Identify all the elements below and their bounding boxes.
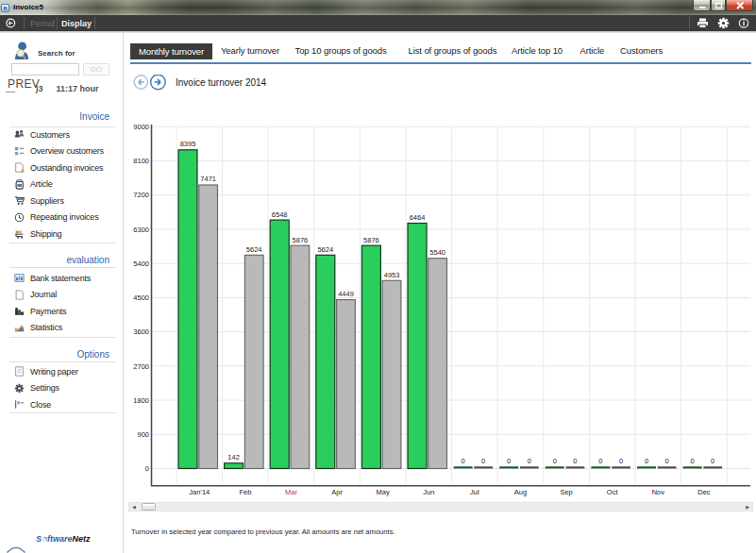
- svg-text:0: 0: [691, 457, 695, 465]
- svg-text:0: 0: [481, 457, 485, 465]
- svg-text:3600: 3600: [133, 327, 149, 336]
- svg-text:Apr: Apr: [331, 488, 343, 496]
- svg-text:8395: 8395: [180, 140, 196, 148]
- svg-text:6464: 6464: [410, 213, 426, 222]
- svg-text:0: 0: [145, 464, 149, 473]
- svg-text:7471: 7471: [200, 175, 216, 183]
- svg-text:5876: 5876: [363, 236, 379, 244]
- svg-text:9000: 9000: [133, 123, 149, 131]
- svg-text:7200: 7200: [133, 191, 149, 199]
- svg-text:4953: 4953: [384, 271, 400, 279]
- svg-text:6548: 6548: [272, 210, 288, 219]
- svg-text:0: 0: [598, 457, 602, 465]
- svg-text:4449: 4449: [338, 290, 354, 298]
- svg-text:5876: 5876: [293, 236, 309, 244]
- svg-text:4500: 4500: [133, 293, 149, 302]
- svg-text:Nov: Nov: [652, 488, 665, 496]
- svg-text:142: 142: [227, 453, 240, 461]
- svg-text:Oct: Oct: [607, 488, 619, 496]
- svg-text:Feb: Feb: [239, 488, 251, 496]
- svg-text:6300: 6300: [133, 226, 149, 234]
- svg-text:0: 0: [528, 457, 531, 465]
- svg-text:0: 0: [462, 457, 465, 465]
- svg-text:Jan'14: Jan'14: [189, 488, 210, 496]
- svg-text:Mar: Mar: [285, 488, 297, 496]
- svg-text:Jun: Jun: [423, 488, 434, 496]
- svg-text:0: 0: [645, 457, 648, 465]
- svg-text:Sep: Sep: [560, 488, 572, 496]
- svg-text:1800: 1800: [133, 396, 149, 405]
- svg-text:0: 0: [553, 457, 557, 465]
- svg-text:5540: 5540: [429, 248, 445, 257]
- svg-text:5624: 5624: [246, 245, 262, 254]
- svg-text:0: 0: [665, 457, 669, 465]
- svg-text:2700: 2700: [133, 362, 149, 371]
- svg-text:0: 0: [507, 457, 511, 465]
- svg-text:0: 0: [619, 457, 623, 465]
- svg-text:5624: 5624: [317, 245, 333, 254]
- svg-text:0: 0: [711, 457, 714, 465]
- svg-text:Jul: Jul: [470, 488, 479, 496]
- svg-text:0: 0: [573, 457, 577, 465]
- svg-text:8100: 8100: [133, 157, 149, 165]
- svg-text:Dec: Dec: [697, 488, 711, 496]
- svg-text:900: 900: [137, 430, 149, 439]
- svg-text:May: May: [377, 488, 390, 496]
- svg-text:Aug: Aug: [514, 488, 527, 496]
- svg-text:5400: 5400: [133, 260, 149, 268]
